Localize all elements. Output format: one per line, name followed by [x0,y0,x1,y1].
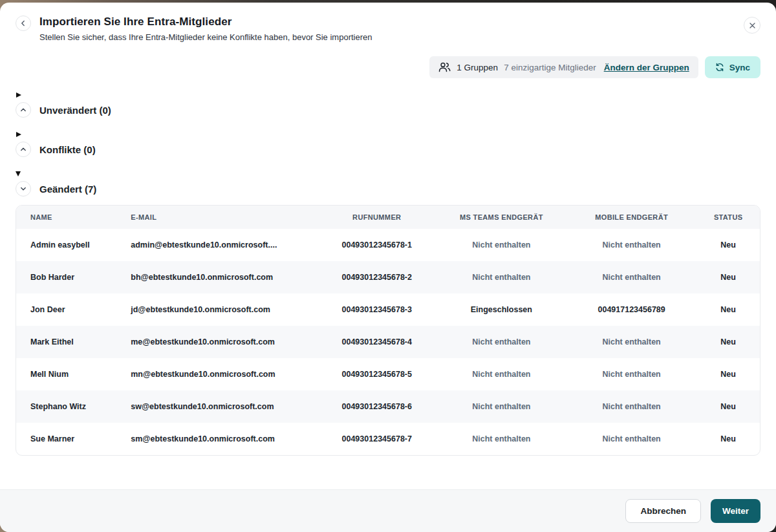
sections: Unverändert (0) Konflikte (0) Geändert (… [0,92,776,197]
phone-cell: 00493012345678-3 [318,293,436,326]
phone-cell: 00493012345678-2 [318,261,436,293]
email-cell: admin@ebtestkunde10.onmicrosoft.... [116,229,318,261]
status-cell: Neu [696,229,760,261]
mobile-device-cell: 004917123456789 [566,293,696,326]
name-cell: Jon Deer [16,293,116,326]
group-people-icon [438,62,451,72]
page-title: Importieren Sie Ihre Entra-Mitglieder [39,16,744,28]
table-header-row: Name E-Mail Rufnummer MS Teams Endgerät … [16,206,760,229]
table-row: Jon Deer jd@ebtestkunde10.onmicrosoft.co… [16,293,760,326]
section-unchanged-label: Unverändert (0) [39,105,111,116]
dialog-header: Importieren Sie Ihre Entra-Mitglieder St… [0,3,776,42]
teams-device-cell: Nicht enthalten [436,229,566,261]
mobile-device-cell: Nicht enthalten [566,358,696,390]
chevron-left-icon [20,20,27,27]
phone-cell: 00493012345678-7 [318,423,436,455]
section-expanded-marker-icon [16,171,21,176]
sync-button[interactable]: Sync [705,56,760,78]
mobile-device-cell: Nicht enthalten [566,229,696,261]
teams-device-cell: Nicht enthalten [436,423,566,455]
section-conflicts-label: Konflikte (0) [39,144,96,155]
status-cell: Neu [696,390,760,423]
section-changed-toggle[interactable]: Geändert (7) [16,181,760,197]
col-header-status: Status [696,206,760,229]
change-groups-link[interactable]: Ändern der Gruppen [604,63,689,72]
section-collapsed-marker-icon [16,132,21,137]
col-header-email: E-Mail [116,206,318,229]
name-cell: Mell Nium [16,358,116,390]
groups-sync-row: 1 Gruppen 7 einzigartige Mitglieder Ände… [0,42,776,78]
teams-device-cell: Nicht enthalten [436,261,566,293]
mobile-device-cell: Nicht enthalten [566,326,696,358]
phone-cell: 00493012345678-6 [318,390,436,423]
teams-device-cell: Nicht enthalten [436,326,566,358]
status-cell: Neu [696,261,760,293]
email-cell: jd@ebtestkunde10.onmicrosoft.com [116,293,318,326]
col-header-teams-device: MS Teams Endgerät [436,206,566,229]
teams-device-cell: Nicht enthalten [436,358,566,390]
members-table: Name E-Mail Rufnummer MS Teams Endgerät … [16,205,760,456]
teams-device-cell: Eingeschlossen [436,293,566,326]
name-cell: Bob Harder [16,261,116,293]
section-changed-label: Geändert (7) [39,184,96,195]
name-cell: Mark Eithel [16,326,116,358]
next-button[interactable]: Weiter [711,499,760,523]
name-cell: Stephano Witz [16,390,116,423]
chevron-up-icon[interactable] [16,142,31,157]
status-cell: Neu [696,293,760,326]
mobile-device-cell: Nicht enthalten [566,261,696,293]
email-cell: mn@ebtestkunde10.onmicrosoft.com [116,358,318,390]
col-header-name: Name [16,206,116,229]
table-row: Mark Eithel me@ebtestkunde10.onmicrosoft… [16,326,760,358]
status-cell: Neu [696,326,760,358]
status-cell: Neu [696,423,760,455]
import-entra-members-dialog: Importieren Sie Ihre Entra-Mitglieder St… [0,3,776,532]
page-subtitle: Stellen Sie sicher, dass Ihre Entra-Mitg… [39,32,744,42]
table-row: Stephano Witz sw@ebtestkunde10.onmicroso… [16,390,760,423]
mobile-device-cell: Nicht enthalten [566,390,696,423]
cancel-button[interactable]: Abbrechen [625,499,701,523]
status-cell: Neu [696,358,760,390]
table-row: Admin easybell admin@ebtestkunde10.onmic… [16,229,760,261]
dialog-footer: Abbrechen Weiter [0,489,776,532]
phone-cell: 00493012345678-5 [318,358,436,390]
close-icon [749,22,756,29]
email-cell: bh@ebtestkunde10.onmicrosoft.com [116,261,318,293]
section-unchanged-toggle[interactable]: Unverändert (0) [16,102,760,118]
teams-device-cell: Nicht enthalten [436,390,566,423]
email-cell: sw@ebtestkunde10.onmicrosoft.com [116,390,318,423]
email-cell: me@ebtestkunde10.onmicrosoft.com [116,326,318,358]
mobile-device-cell: Nicht enthalten [566,423,696,455]
email-cell: sm@ebtestkunde10.onmicrosoft.com [116,423,318,455]
table-row: Bob Harder bh@ebtestkunde10.onmicrosoft.… [16,261,760,293]
name-cell: Admin easybell [16,229,116,261]
phone-cell: 00493012345678-1 [318,229,436,261]
sync-refresh-icon [715,63,724,72]
name-cell: Sue Marner [16,423,116,455]
chevron-up-icon[interactable] [16,102,31,118]
table-row: Sue Marner sm@ebtestkunde10.onmicrosoft.… [16,423,760,455]
close-button[interactable] [744,17,760,34]
chevron-down-icon[interactable] [16,181,31,197]
col-header-mobile-device: Mobile Endgerät [566,206,696,229]
groups-count: 1 Gruppen [457,63,498,72]
table-row: Mell Nium mn@ebtestkunde10.onmicrosoft.c… [16,358,760,390]
section-collapsed-marker-icon [16,92,21,98]
phone-cell: 00493012345678-4 [318,326,436,358]
unique-members-count: 7 einzigartige Mitglieder [504,63,596,72]
sync-button-label: Sync [729,63,750,72]
groups-summary-bar: 1 Gruppen 7 einzigartige Mitglieder Ände… [429,56,698,78]
col-header-phone: Rufnummer [318,206,436,229]
section-conflicts-toggle[interactable]: Konflikte (0) [16,142,760,157]
back-button[interactable] [16,16,31,31]
